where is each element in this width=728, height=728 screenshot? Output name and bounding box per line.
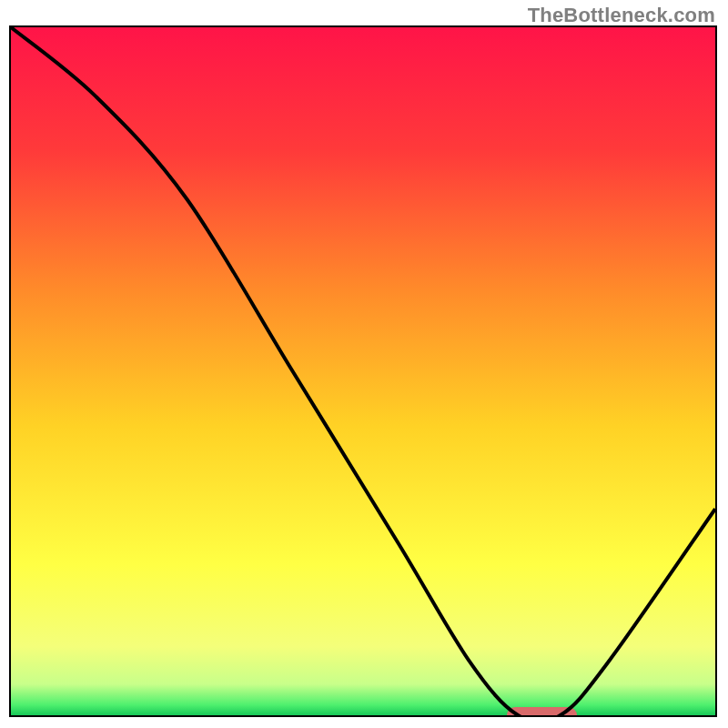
bottleneck-curve bbox=[11, 27, 715, 715]
chart-frame bbox=[9, 25, 717, 717]
curve-path bbox=[11, 27, 715, 715]
watermark-text: TheBottleneck.com bbox=[528, 4, 715, 27]
